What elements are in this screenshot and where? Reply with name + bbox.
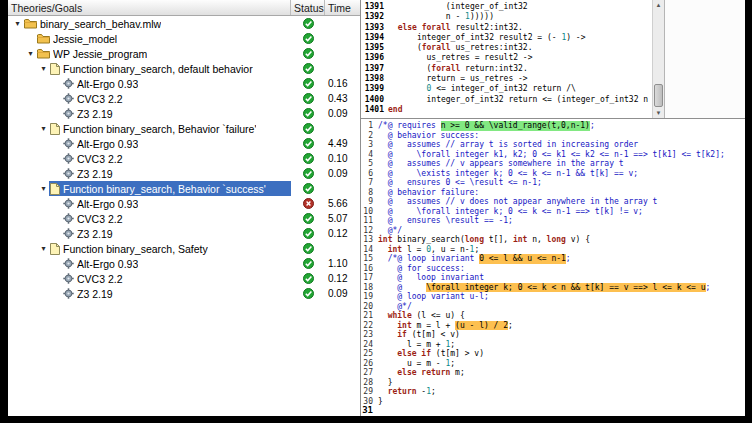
code-line: 1396 us_retres = result2 -> [361, 53, 652, 63]
goal-label: CVC3 2.2 [77, 273, 123, 285]
prover-time: 0.10 [325, 151, 360, 166]
goals-panel: Theories/Goals Status Time ▾binary_searc… [8, 0, 361, 416]
scroll-down-icon[interactable]: ▼ [653, 108, 664, 118]
status-valid-icon [303, 138, 314, 149]
task-view-panel[interactable]: 1391 (integer_of_int321392 n - 1)))))139… [361, 0, 665, 118]
status-valid-icon [303, 33, 314, 44]
tree-row[interactable]: Z3 2.190.09 [8, 166, 360, 181]
goal[interactable]: Z3 2.19 [62, 286, 291, 301]
code-seg: if [397, 330, 407, 340]
goal[interactable]: Jessie_model [36, 31, 291, 46]
code-line: 4 @ \forall integer k1, k2; 0 <= k1 <= k… [361, 150, 745, 160]
goal-label: CVC3 2.2 [77, 153, 123, 165]
expander-spacer [51, 151, 62, 166]
goal[interactable]: Alt-Ergo 0.93 [62, 76, 291, 91]
goal[interactable]: binary_search_behav.mlw [23, 16, 291, 31]
line-number: 31 [361, 406, 378, 416]
tree-row[interactable]: Alt-Ergo 0.930.16 [8, 76, 360, 91]
tree-row[interactable]: CVC3 2.20.12 [8, 271, 360, 286]
prover-icon [63, 273, 74, 284]
tree-row[interactable]: ▾Function binary_search, default behavio… [8, 61, 360, 76]
folder-icon [24, 18, 37, 29]
tree-row[interactable]: CVC3 2.20.10 [8, 151, 360, 166]
scrollbar-thumb[interactable] [654, 84, 663, 107]
column-header-theories-goals[interactable]: Theories/Goals [8, 0, 291, 15]
indent [8, 271, 51, 286]
goal[interactable]: Alt-Ergo 0.93 [62, 196, 291, 211]
code-seg [388, 84, 427, 94]
scroll-up-icon[interactable]: ▲ [653, 0, 664, 10]
goal[interactable]: Z3 2.19 [62, 106, 291, 121]
column-header-status[interactable]: Status [291, 0, 325, 15]
expander-icon[interactable]: ▾ [12, 16, 23, 31]
code-seg: t[], [484, 235, 513, 245]
code-seg: } [378, 378, 392, 388]
goal[interactable]: CVC3 2.2 [62, 151, 291, 166]
goal-cell: Z3 2.19 [8, 286, 291, 301]
code-seg: @ \forall integer k; 0 <= k <= n-1 ==> t… [378, 207, 643, 217]
code-line: 1391 (integer_of_int32 [361, 2, 652, 12]
tree-row[interactable]: ▾Function binary_search, Behavior `failu… [8, 121, 360, 136]
expander-icon[interactable]: ▾ [38, 121, 49, 136]
tree-row[interactable]: CVC3 2.25.07 [8, 211, 360, 226]
indent [8, 166, 51, 181]
code-seg [378, 311, 388, 321]
expander-icon[interactable]: ▾ [38, 61, 49, 76]
line-number: 18 [361, 283, 378, 293]
line-number: 9 [361, 197, 378, 207]
tree-row[interactable]: Z3 2.190.09 [8, 106, 360, 121]
code-seg: int [388, 245, 402, 255]
tree-row[interactable]: Z3 2.190.09 [8, 286, 360, 301]
goal-label: Jessie_model [53, 33, 117, 45]
code-seg: @ ensures 0 <= \result <= n-1; [378, 178, 542, 188]
indent [8, 61, 38, 76]
prover-time [325, 46, 360, 61]
expander-icon[interactable]: ▾ [38, 181, 49, 196]
source-view-panel[interactable]: 1/*@ requires n >= 0 && \valid_range(t,0… [361, 119, 745, 416]
column-header-time[interactable]: Time [325, 0, 360, 15]
goal[interactable]: Function binary_search, default behavior [49, 61, 291, 76]
goal-cell: Z3 2.19 [8, 226, 291, 241]
expander-icon[interactable]: ▾ [25, 46, 36, 61]
goal[interactable]: Alt-Ergo 0.93 [62, 136, 291, 151]
prover-icon [63, 108, 74, 119]
goal-label: Z3 2.19 [77, 228, 113, 240]
code-seg: ; [450, 340, 455, 350]
prover-time [325, 121, 360, 136]
code-line: 1401end [361, 105, 652, 115]
code-seg: 0 <= l && u <= n-1 [479, 254, 566, 264]
tree-row[interactable]: Z3 2.190.12 [8, 226, 360, 241]
expander-icon[interactable]: ▾ [38, 241, 49, 256]
task-scrollbar[interactable]: ▲ ▼ [652, 0, 664, 118]
tree-row[interactable]: Alt-Ergo 0.935.66 [8, 196, 360, 211]
goal[interactable]: CVC3 2.2 [62, 211, 291, 226]
tree-row[interactable]: ▾Function binary_search, Safety [8, 241, 360, 256]
selected-goal[interactable]: Function binary_search, Behavior `succes… [49, 181, 291, 196]
code-seg: n - [388, 12, 465, 22]
line-number: 1398 [361, 74, 388, 84]
goal[interactable]: CVC3 2.2 [62, 271, 291, 286]
goal[interactable]: Alt-Ergo 0.93 [62, 256, 291, 271]
goal[interactable]: Z3 2.19 [62, 226, 291, 241]
tree-row[interactable]: ▾WP Jessie_program [8, 46, 360, 61]
goal[interactable]: Function binary_search, Behavior `failur… [49, 121, 291, 136]
prover-time: 0.09 [325, 166, 360, 181]
goal[interactable]: CVC3 2.2 [62, 91, 291, 106]
goal[interactable]: Z3 2.19 [62, 166, 291, 181]
prover-time: 0.09 [325, 286, 360, 301]
tree-row[interactable]: CVC3 2.20.43 [8, 91, 360, 106]
code-seg: (t[m] > v) [431, 349, 484, 359]
status-cell [291, 31, 325, 46]
code-line: 19 @ loop variant u-l; [361, 292, 745, 302]
tree-row[interactable]: Alt-Ergo 0.934.49 [8, 136, 360, 151]
code-seg: us_retres:int32. [451, 43, 533, 53]
goal[interactable]: WP Jessie_program [36, 46, 291, 61]
code-line: 13int binary_search(long t[], int n, lon… [361, 235, 745, 245]
goal[interactable]: Function binary_search, Safety [49, 241, 291, 256]
tree-row[interactable]: ▾binary_search_behav.mlw [8, 16, 360, 31]
tree-row[interactable]: Alt-Ergo 0.931.10 [8, 256, 360, 271]
tree-row[interactable]: Jessie_model [8, 31, 360, 46]
code-line: 1397 (forall return:int32. [361, 64, 652, 74]
goal-label: Alt-Ergo 0.93 [77, 198, 138, 210]
tree-row[interactable]: ▾Function binary_search, Behavior `succe… [8, 181, 360, 196]
